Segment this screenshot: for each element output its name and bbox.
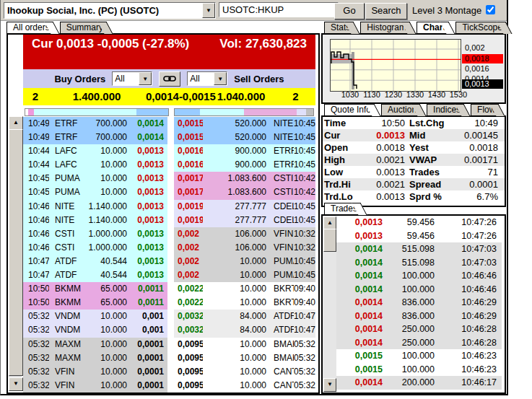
level3-montage-checkbox[interactable] bbox=[486, 5, 495, 14]
tab-quote-info[interactable]: Quote Info bbox=[324, 104, 374, 115]
order-book-row[interactable]: 05:32 MAXM 10.000 0,0001 0,0095 10.000 B… bbox=[23, 338, 315, 351]
ask-time: 09:40 bbox=[294, 296, 315, 310]
order-book-row[interactable]: 05:32 VNDM 10.000 0,001 0,0032 84.000 AT… bbox=[23, 310, 315, 323]
trade-row[interactable]: 0,0014 100.000 10:46:46 bbox=[336, 283, 502, 297]
buy-filter-select[interactable]: All ▼ bbox=[112, 71, 152, 86]
order-book-row[interactable]: 10:49 ETRF 700.000 0,0014 0,0015 520.000… bbox=[23, 131, 315, 144]
trade-row[interactable]: 0,0014 515.098 10:47:03 bbox=[336, 256, 502, 270]
trade-row[interactable]: 0,0014 250.000 10:46:28 bbox=[336, 336, 502, 350]
order-book-row[interactable]: 10:49 ETRF 700.000 0,0014 0,0015 520.000… bbox=[23, 117, 315, 131]
trade-row[interactable]: 0,0014 836.000 10:46:29 bbox=[336, 296, 502, 310]
chevron-down-icon[interactable]: ▼ bbox=[202, 3, 215, 18]
spread-gutter bbox=[167, 310, 174, 323]
ask-side: 0,0017 1.083.600 CSTI 10:42 bbox=[174, 172, 315, 185]
link-filters-button[interactable] bbox=[159, 71, 180, 87]
go-button[interactable]: Go bbox=[334, 3, 365, 19]
ask-time: 05:32 bbox=[294, 365, 315, 379]
ask-time: 09:40 bbox=[294, 282, 315, 296]
chart-x-axis: 103011301230133014301530 bbox=[339, 90, 469, 99]
tab-histogram[interactable]: Histogram bbox=[360, 22, 409, 33]
order-book-row[interactable]: 10:47 ATDF 40.544 0,0013 0,002 10.000 PU… bbox=[23, 268, 315, 282]
order-book-row[interactable]: 10:46 NITE 1.140.000 0,0013 0,0019 277.7… bbox=[23, 214, 315, 227]
trade-row[interactable]: 0,0015 100.000 10:46:23 bbox=[336, 349, 502, 363]
trade-row[interactable]: 0,0014 100.000 10:46:46 bbox=[336, 269, 502, 283]
depth-segment bbox=[136, 109, 168, 115]
order-book-row[interactable]: 10:46 NITE 1.140.000 0,0013 0,0019 277.7… bbox=[23, 200, 315, 214]
tab-stats[interactable]: Stats bbox=[324, 22, 353, 33]
bid-price: 0,0001 bbox=[127, 338, 167, 351]
bid-mm-id: VFIN bbox=[49, 379, 81, 393]
chevron-down-icon[interactable]: ▼ bbox=[139, 72, 152, 85]
trade-row[interactable]: 0,0015 100.000 10:46:23 bbox=[336, 363, 502, 377]
sell-filter-select[interactable]: All ▼ bbox=[187, 71, 227, 86]
trade-time: 10:46:29 bbox=[435, 296, 502, 310]
tab-flow[interactable]: Flow bbox=[471, 104, 498, 115]
inside-quote-row: 2 1.400.000 0,0014-0,0015 1.040.000 2 bbox=[23, 88, 315, 105]
bid-price: 0,0011 bbox=[127, 296, 167, 310]
quote-info-row: Open 0.0018 Yest 0.0018 bbox=[323, 141, 505, 154]
montage-content: Cur 0,0013 -0,0005 (-27.8%) Vol: 27,630,… bbox=[23, 35, 315, 393]
order-book-row[interactable]: 10:45 PUMA 10.000 0,0013 0,0017 1.083.60… bbox=[23, 172, 315, 185]
ask-price: 0,0095 bbox=[174, 365, 203, 379]
symbol-input[interactable] bbox=[219, 2, 339, 17]
tab-auction[interactable]: Auction bbox=[381, 104, 419, 115]
tab-chart[interactable]: Chart bbox=[417, 22, 448, 33]
trade-size: 836.000 bbox=[383, 296, 435, 310]
ask-time: 10:45 bbox=[294, 158, 315, 172]
order-book-row[interactable]: 05:32 MAXM 10.000 0,0001 0,0095 10.000 B… bbox=[23, 351, 315, 365]
ask-price: 0,0017 bbox=[174, 172, 203, 185]
tab-summary[interactable]: Summary bbox=[60, 22, 106, 33]
montage-scrollbar[interactable]: ▲ ▼ bbox=[8, 35, 23, 393]
trade-row[interactable]: 0,0013 59.456 10:47:26 bbox=[336, 229, 502, 243]
order-book-row[interactable]: 05:32 VNDM 10.000 0,001 0,0032 84.000 AT… bbox=[23, 323, 315, 337]
order-book-row[interactable]: 10:44 LAFC 10.000 0,0013 0,0016 900.000 … bbox=[23, 158, 315, 172]
ask-mm-id: ETRF bbox=[266, 144, 294, 158]
scroll-up-icon[interactable]: ▲ bbox=[9, 116, 23, 130]
bid-price: 0,001 bbox=[127, 323, 167, 337]
scroll-down-icon[interactable]: ▼ bbox=[9, 377, 23, 391]
trade-size: 59.456 bbox=[383, 229, 435, 243]
trade-row[interactable]: 0,0014 836.000 10:46:29 bbox=[336, 310, 502, 323]
tab-indices[interactable]: Indices bbox=[427, 104, 463, 115]
ask-time: 05:32 bbox=[294, 379, 315, 393]
search-button[interactable]: Search bbox=[365, 3, 407, 19]
order-book-row[interactable]: 10:44 LAFC 10.000 0,0013 0,0016 900.000 … bbox=[23, 144, 315, 158]
bid-depth-bar bbox=[25, 108, 169, 116]
spread-gutter bbox=[167, 172, 174, 185]
quote-info-row: Time 10:50 Lst.Chg 10:49 bbox=[323, 117, 505, 129]
bid-mm-id: PUMA bbox=[49, 172, 81, 185]
trades-scrollbar[interactable]: ▲ ▼ bbox=[323, 216, 336, 393]
chevron-down-icon[interactable]: ▼ bbox=[214, 72, 227, 85]
trade-time: 10:46:23 bbox=[435, 363, 502, 377]
order-book-row[interactable]: 05:32 VFIN 10.000 0,0001 0,0095 10.000 C… bbox=[23, 379, 315, 393]
trade-price: 0,0014 bbox=[336, 336, 383, 350]
trade-row[interactable]: 0,0013 59.456 10:47:26 bbox=[336, 216, 502, 229]
order-book-row[interactable]: 10:47 ATDF 40.544 0,0013 0,002 10.000 PU… bbox=[23, 255, 315, 268]
bid-size: 65.000 bbox=[81, 296, 127, 310]
spread-gutter bbox=[167, 255, 174, 268]
order-book-row[interactable]: 10:46 CSTI 1.000.000 0,0013 0,002 106.00… bbox=[23, 227, 315, 241]
depth-segment bbox=[28, 109, 34, 115]
tab-all-orders[interactable]: All orders bbox=[6, 22, 53, 33]
order-book-row[interactable]: 10:45 PUMA 10.000 0,0013 0,0017 1.083.60… bbox=[23, 185, 315, 199]
ask-size: 520.000 bbox=[203, 131, 266, 144]
trade-time: 10:46:46 bbox=[435, 283, 502, 297]
scrollbar-thumb[interactable] bbox=[323, 229, 336, 252]
order-book-row[interactable]: 05:32 VFIN 10.000 0,0001 0,0095 10.000 C… bbox=[23, 365, 315, 379]
trade-row[interactable]: 0,0014 515.098 10:47:03 bbox=[336, 242, 502, 256]
tab-tickscope[interactable]: TickScope bbox=[455, 22, 505, 33]
ask-price: 0,0095 bbox=[174, 379, 203, 393]
tab-trades[interactable]: Trades bbox=[324, 203, 360, 214]
order-book-row[interactable]: 10:50 BKMM 65.000 0,0011 0,0022 10.000 B… bbox=[23, 282, 315, 296]
order-book-row[interactable]: 10:50 BKMM 65.000 0,0011 0,0022 10.000 B… bbox=[23, 296, 315, 310]
trade-row[interactable]: 0,0014 200.000 10:46:17 bbox=[336, 376, 502, 390]
ask-price: 0,002 bbox=[174, 241, 203, 255]
scrollbar-thumb[interactable] bbox=[9, 129, 23, 376]
scroll-down-icon[interactable]: ▼ bbox=[323, 378, 336, 392]
trade-row[interactable]: 0,0014 250.000 10:46:28 bbox=[336, 323, 502, 336]
order-book-row[interactable]: 10:46 CSTI 1.000.000 0,0013 0,002 106.00… bbox=[23, 241, 315, 255]
ask-side: 0,002 106.000 VFIN 10:32 bbox=[174, 241, 315, 255]
ask-price: 0,0016 bbox=[174, 158, 203, 172]
ask-size: 10.000 bbox=[203, 296, 266, 310]
symbol-select[interactable]: Ihookup Social, Inc. (PC) (USOTC) ▼ bbox=[4, 2, 216, 19]
